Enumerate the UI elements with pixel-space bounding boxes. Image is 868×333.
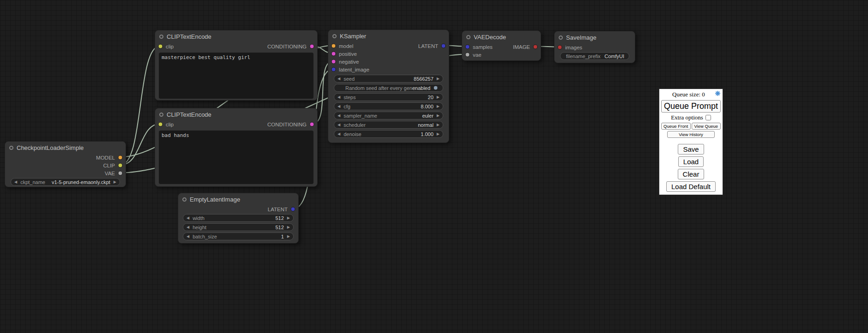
increment-arrow-icon[interactable]: ▶ [437, 95, 440, 99]
node-title-bar[interactable]: CLIPTextEncode [155, 108, 317, 120]
port-row: MODEL [5, 154, 126, 161]
clear-button[interactable]: Clear [678, 169, 705, 179]
node-collapse-icon[interactable] [159, 35, 163, 39]
node-ksampler[interactable]: KSampler model LATENT positive negative … [328, 30, 449, 143]
extra-options-checkbox[interactable] [705, 115, 711, 120]
batch-size-widget[interactable]: ◀ batch_size 1 ▶ [183, 232, 294, 240]
cfg-widget[interactable]: ◀ cfg 8.000 ▶ [334, 102, 443, 110]
negative-prompt-textarea[interactable]: bad hands [159, 131, 313, 184]
decrement-arrow-icon[interactable]: ◀ [187, 235, 189, 238]
model-input-port[interactable] [331, 43, 336, 48]
node-collapse-icon[interactable] [559, 36, 563, 40]
node-title-bar[interactable]: VAEDecode [462, 31, 541, 43]
output-label: CONDITIONING [267, 44, 307, 49]
latent-output-port[interactable] [290, 207, 295, 212]
decrement-arrow-icon[interactable]: ◀ [338, 95, 340, 99]
negative-input-port[interactable] [331, 59, 336, 64]
decrement-arrow-icon[interactable]: ◀ [187, 226, 189, 229]
node-title-bar[interactable]: KSampler [328, 30, 449, 42]
ckpt-name-widget[interactable]: ◀ ckpt_name v1-5-pruned-emaonly.ckpt ▶ [11, 178, 120, 186]
decrement-arrow-icon[interactable]: ◀ [338, 123, 340, 127]
settings-gear-icon[interactable] [715, 90, 721, 98]
samples-input-port[interactable] [465, 44, 470, 49]
latent-output-port[interactable] [441, 43, 446, 48]
image-output-port[interactable] [533, 44, 538, 49]
increment-arrow-icon[interactable]: ▶ [437, 132, 440, 136]
node-title-bar[interactable]: SaveImage [555, 31, 635, 43]
model-output-port[interactable] [118, 155, 123, 160]
node-collapse-icon[interactable] [466, 35, 470, 39]
scheduler-widget[interactable]: ◀ scheduler normal ▶ [334, 121, 443, 129]
vae-output-port[interactable] [118, 171, 123, 176]
queue-prompt-button[interactable]: Queue Prompt [661, 100, 721, 113]
positive-input-port[interactable] [331, 51, 336, 56]
node-collapse-icon[interactable] [9, 146, 13, 150]
port-row: clip CONDITIONING [155, 120, 317, 128]
node-save-image[interactable]: SaveImage images filename_prefix ComfyUI [554, 31, 635, 63]
positive-prompt-textarea[interactable]: masterpiece best quality girl [159, 53, 313, 99]
node-title: EmptyLatentImage [190, 196, 240, 203]
height-widget[interactable]: ◀ height 512 ▶ [183, 223, 294, 231]
latent-image-input-port[interactable] [331, 67, 336, 72]
increment-arrow-icon[interactable]: ▶ [287, 235, 290, 238]
denoise-widget[interactable]: ◀ denoise 1.000 ▶ [334, 130, 443, 138]
node-clip-text-encode-positive[interactable]: CLIPTextEncode clip CONDITIONING masterp… [155, 30, 318, 101]
output-label: LATENT [268, 207, 288, 212]
node-title-bar[interactable]: CLIPTextEncode [155, 30, 317, 42]
widget-label: cfg [344, 104, 350, 109]
save-button[interactable]: Save [678, 144, 704, 155]
widget-label: ckpt_name [20, 179, 45, 185]
output-label: IMAGE [513, 44, 530, 50]
port-row: model LATENT [328, 42, 449, 50]
decrement-arrow-icon[interactable]: ◀ [187, 216, 189, 220]
clip-output-port[interactable] [118, 163, 123, 168]
node-title-bar[interactable]: EmptyLatentImage [178, 193, 298, 205]
width-widget[interactable]: ◀ width 512 ▶ [183, 214, 294, 222]
conditioning-output-port[interactable] [309, 122, 314, 127]
sampler-name-widget[interactable]: ◀ sampler_name euler ▶ [334, 112, 443, 119]
increment-arrow-icon[interactable]: ▶ [437, 105, 440, 108]
port-row: vae [462, 51, 541, 59]
view-queue-button[interactable]: View Queue [692, 123, 721, 130]
clip-input-port[interactable] [158, 122, 163, 127]
decrement-arrow-icon[interactable]: ◀ [338, 132, 340, 136]
node-title-bar[interactable]: CheckpointLoaderSimple [5, 142, 126, 154]
load-button[interactable]: Load [678, 156, 704, 167]
decrement-arrow-icon[interactable]: ◀ [14, 180, 17, 184]
view-history-button[interactable]: View History [667, 131, 715, 138]
node-empty-latent-image[interactable]: EmptyLatentImage LATENT ◀ width 512 ▶ ◀ … [178, 193, 299, 244]
decrement-arrow-icon[interactable]: ◀ [338, 105, 340, 108]
queue-size-label: Queue size: 0 [672, 91, 705, 98]
images-input-port[interactable] [557, 45, 562, 50]
clip-input-port[interactable] [158, 44, 163, 49]
node-clip-text-encode-negative[interactable]: CLIPTextEncode clip CONDITIONING bad han… [155, 108, 318, 187]
increment-arrow-icon[interactable]: ▶ [287, 216, 290, 220]
node-title: SaveImage [566, 34, 597, 41]
node-title: CheckpointLoaderSimple [17, 144, 84, 151]
decrement-arrow-icon[interactable]: ◀ [338, 114, 340, 118]
node-collapse-icon[interactable] [182, 197, 187, 202]
input-label: images [565, 45, 582, 50]
node-collapse-icon[interactable] [159, 113, 163, 117]
increment-arrow-icon[interactable]: ▶ [287, 226, 290, 229]
increment-arrow-icon[interactable]: ▶ [437, 123, 440, 127]
widget-value: 1.000 [421, 131, 434, 137]
toggle-on-icon[interactable] [433, 85, 438, 90]
node-collapse-icon[interactable] [332, 34, 337, 38]
decrement-arrow-icon[interactable]: ◀ [338, 77, 340, 81]
node-vae-decode[interactable]: VAEDecode samples IMAGE vae [462, 30, 541, 61]
vae-input-port[interactable] [465, 52, 470, 57]
increment-arrow-icon[interactable]: ▶ [114, 180, 116, 184]
seed-widget[interactable]: ◀ seed 8566257 ▶ [334, 75, 443, 83]
queue-front-button[interactable]: Queue Front [661, 123, 691, 130]
steps-widget[interactable]: ◀ steps 20 ▶ [334, 93, 443, 101]
random-seed-toggle-widget[interactable]: Random seed after every gen enabled [334, 84, 443, 92]
filename-prefix-widget[interactable]: filename_prefix ComfyUI [560, 52, 629, 60]
load-default-button[interactable]: Load Default [666, 181, 716, 192]
increment-arrow-icon[interactable]: ▶ [437, 77, 440, 81]
increment-arrow-icon[interactable]: ▶ [437, 114, 440, 118]
node-checkpoint-loader-simple[interactable]: CheckpointLoaderSimple MODEL CLIP VAE ◀ … [5, 141, 126, 187]
port-row: positive [328, 50, 449, 58]
conditioning-output-port[interactable] [309, 44, 314, 49]
input-label: clip [166, 44, 174, 49]
